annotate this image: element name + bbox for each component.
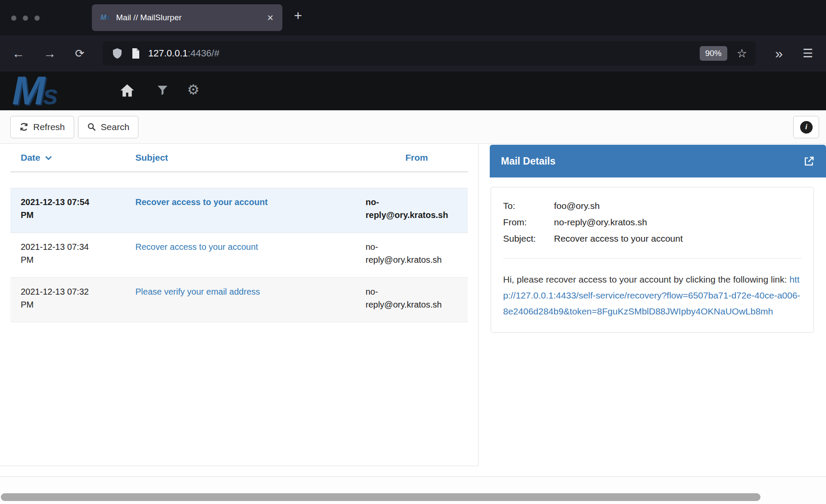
mail-subject-link[interactable]: Please verify your email address <box>135 287 260 296</box>
tab-strip: Ms Mail // MailSlurper ✕ + <box>0 0 826 35</box>
mail-row-from: no-reply@ory.kratos.sh <box>366 240 454 277</box>
horizontal-scrollbar-thumb[interactable] <box>1 493 760 501</box>
back-button[interactable]: ← <box>12 47 25 60</box>
url-bar[interactable]: 127.0.0.1:4436/# 90% ☆ <box>103 41 756 65</box>
mail-row-subject: Recover access to your account <box>135 196 366 233</box>
home-icon[interactable] <box>120 84 135 97</box>
mailslurper-logo: Ms <box>12 68 56 113</box>
mail-details-title: Mail Details <box>501 156 556 167</box>
details-divider <box>503 258 801 258</box>
mail-body: Hi, please recover access to your accoun… <box>503 271 801 319</box>
to-label: To: <box>503 198 554 214</box>
from-value: no-reply@ory.kratos.sh <box>554 214 801 230</box>
info-icon: i <box>800 121 813 134</box>
mail-row-subject: Recover access to your account <box>135 240 366 277</box>
open-external-icon[interactable] <box>803 156 815 167</box>
mail-row-subject: Please verify your email address <box>135 285 366 322</box>
tab-close-icon[interactable]: ✕ <box>267 13 274 23</box>
overflow-chevrons-icon[interactable]: » <box>775 46 783 62</box>
shield-icon[interactable] <box>112 48 122 59</box>
mail-meta-to: To: foo@ory.sh <box>503 198 801 214</box>
info-button[interactable]: i <box>793 116 819 138</box>
tab-title: Mail // MailSlurper <box>116 13 267 22</box>
browser-window: Ms Mail // MailSlurper ✕ + ← → ⟳ 127.0.0… <box>0 0 826 504</box>
refresh-button-label: Refresh <box>33 122 65 132</box>
new-tab-button[interactable]: + <box>294 8 302 24</box>
mail-row[interactable]: 2021-12-13 07:32 PM Please verify your e… <box>10 277 468 322</box>
horizontal-scrollbar-track[interactable] <box>0 476 826 504</box>
mail-list-panel: Date Subject From 2021-12-13 07:54 PM Re… <box>0 144 479 466</box>
mailslurper-header: Ms ⚙ <box>0 72 826 110</box>
zoom-level-badge[interactable]: 90% <box>700 46 727 61</box>
mail-row-date: 2021-12-13 07:54 PM <box>21 196 97 233</box>
hamburger-menu-icon[interactable]: ☰ <box>803 47 813 60</box>
column-header-from[interactable]: From <box>366 152 468 163</box>
mail-details-panel: Mail Details To: foo@ory.sh From: no-rep… <box>490 145 826 333</box>
browser-tab[interactable]: Ms Mail // MailSlurper ✕ <box>92 4 282 31</box>
mail-row[interactable]: 2021-12-13 07:34 PM Recover access to yo… <box>10 233 468 277</box>
mail-row[interactable]: 2021-12-13 07:54 PM Recover access to yo… <box>10 188 468 233</box>
mail-meta-subject: Subject: Recover access to your account <box>503 230 801 247</box>
mail-meta-from: From: no-reply@ory.kratos.sh <box>503 214 801 230</box>
to-value: foo@ory.sh <box>554 198 801 214</box>
mail-row-date: 2021-12-13 07:34 PM <box>21 240 97 277</box>
subject-label: Subject: <box>503 230 554 247</box>
page-info-icon[interactable] <box>131 48 141 59</box>
mail-row-date: 2021-12-13 07:32 PM <box>21 285 97 322</box>
bookmark-star-icon[interactable]: ☆ <box>737 47 747 60</box>
search-button-label: Search <box>101 122 130 132</box>
mail-row-from: no-reply@ory.kratos.sh <box>366 196 454 233</box>
browser-navbar: ← → ⟳ 127.0.0.1:4436/# 90% ☆ » ☰ <box>0 35 826 72</box>
app-toolbar: Refresh Search i <box>0 110 826 144</box>
main-content: Date Subject From 2021-12-13 07:54 PM Re… <box>0 144 826 504</box>
mail-subject-link[interactable]: Recover access to your account <box>135 242 258 252</box>
mail-row-from: no-reply@ory.kratos.sh <box>366 285 454 322</box>
mail-body-text: Hi, please recover access to your accoun… <box>503 274 789 284</box>
window-controls[interactable] <box>11 16 40 21</box>
mail-subject-link[interactable]: Recover access to your account <box>135 197 268 207</box>
reload-button[interactable]: ⟳ <box>75 48 84 59</box>
search-icon <box>87 122 96 131</box>
mailslurper-favicon-icon: Ms <box>100 14 110 22</box>
refresh-icon <box>19 122 28 131</box>
sort-descending-chevron-icon <box>45 156 52 160</box>
subject-value: Recover access to your account <box>554 230 801 247</box>
column-header-date[interactable]: Date <box>21 152 135 163</box>
url-text[interactable]: 127.0.0.1:4436/# <box>148 48 700 59</box>
filter-icon[interactable] <box>156 84 169 96</box>
from-label: From: <box>503 214 554 230</box>
column-header-subject[interactable]: Subject <box>135 152 366 163</box>
mail-table-header: Date Subject From <box>10 144 468 172</box>
mail-details-header: Mail Details <box>490 145 826 177</box>
table-spacer <box>0 172 478 188</box>
refresh-button[interactable]: Refresh <box>10 116 74 138</box>
search-button[interactable]: Search <box>78 116 139 138</box>
mail-details-card: To: foo@ory.sh From: no-reply@ory.kratos… <box>491 187 814 333</box>
forward-button[interactable]: → <box>44 47 56 60</box>
settings-gear-icon[interactable]: ⚙ <box>187 83 200 96</box>
